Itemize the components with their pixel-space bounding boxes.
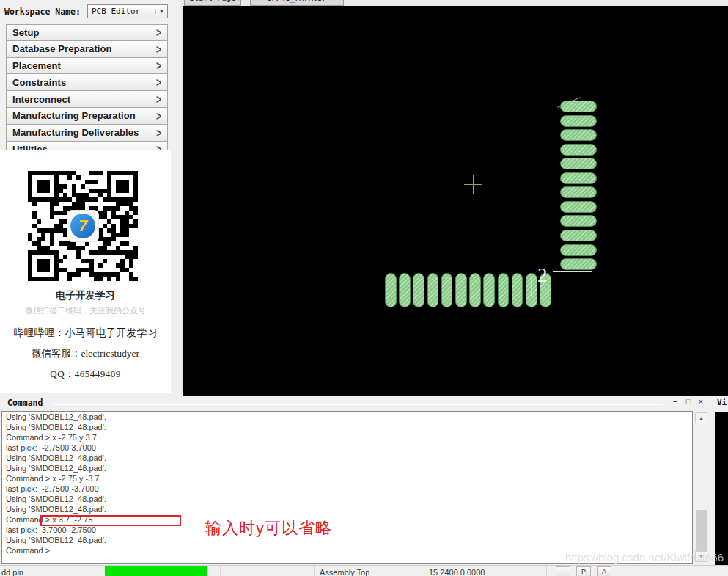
watermark: https://blog.csdn.net/Kiwifruit666 [565, 551, 724, 564]
chevron-right-icon: > [156, 75, 161, 90]
sidebar-menu: Setup>Database Preparation>Placement>Con… [6, 24, 168, 158]
pcb-pad[interactable] [455, 273, 467, 307]
chevron-down-icon[interactable]: ▼ [155, 9, 167, 14]
chevron-right-icon: > [156, 42, 161, 56]
chevron-right-icon: > [156, 125, 161, 140]
pcb-pad[interactable] [441, 273, 453, 307]
close-button[interactable]: × [695, 396, 707, 408]
pcb-pad[interactable] [469, 273, 481, 307]
sidebar-item-label: Database Preparation [12, 43, 156, 54]
chevron-right-icon: > [156, 59, 161, 73]
tab-qfp48-7x7x05p[interactable]: QFP48_7X7X05P [250, 0, 344, 6]
highlight-box [40, 515, 181, 526]
scroll-up-icon[interactable]: ▲ [695, 412, 707, 423]
console-line: Using 'SMDOBL12_48.pad'. [2, 494, 692, 504]
status-bar: dd pin Assembly Top 15.2400 0.0000 PA [0, 565, 728, 576]
left-header: Workspace Name: PCB Editor ▼ [0, 0, 181, 23]
console-line: last pick: 3.7000 -2.7500 [2, 525, 692, 535]
pin-text-overlay [567, 103, 567, 273]
sidebar-item-manufacturing-deliverables[interactable]: Manufacturing Deliverables> [6, 125, 168, 142]
tab-strip: Start PageQFP48_7X7X05P [181, 0, 728, 6]
sidebar-item-constraints[interactable]: Constraints> [6, 74, 168, 91]
pcb-pad[interactable] [399, 273, 411, 307]
sidebar-item-setup[interactable]: Setup> [6, 24, 168, 41]
origin-crosshair-icon [473, 175, 474, 194]
pcb-pad[interactable] [560, 115, 597, 127]
pcb-pad[interactable] [560, 230, 597, 241]
pcb-pad[interactable] [560, 101, 597, 112]
qr-wechat-line: 微信客服：electricstudyer [0, 347, 171, 360]
sidebar-item-interconnect[interactable]: Interconnect> [6, 91, 168, 108]
console-line: last pick: -2.7500 3.7000 [2, 442, 692, 453]
pcb-pad[interactable] [560, 244, 597, 256]
pcb-pad[interactable] [560, 129, 597, 141]
sidebar-item-label: Interconnect [12, 94, 156, 105]
command-panel-title: Command [7, 398, 43, 408]
command-console[interactable]: Using 'SMDOBL12_48.pad'.Using 'SMDOBL12_… [1, 411, 693, 564]
qr-panel: 7 电子开发学习 微信扫描二维码，关注我的公众号 哔哩哔哩：小马哥电子开发学习 … [0, 150, 171, 393]
pcb-pad[interactable] [512, 273, 523, 307]
console-line: Command > x -2.75 y -3.7 [2, 473, 692, 484]
workspace-name-label: Workspace Name: [4, 7, 81, 17]
pcb-pad[interactable] [560, 186, 597, 198]
status-button-p[interactable]: P [576, 566, 591, 576]
sidebar-item-database-preparation[interactable]: Database Preparation> [6, 41, 168, 58]
status-command-label: dd pin [1, 568, 23, 576]
tab-start-page[interactable]: Start Page [184, 0, 241, 6]
pin-text-overlay [531, 276, 532, 296]
console-line: Using 'SMDOBL12_48.pad'. [2, 535, 692, 545]
pin-text-overlay [515, 276, 515, 296]
rubber-band-line [553, 271, 592, 272]
status-button[interactable] [556, 566, 570, 576]
pcb-pad[interactable] [413, 273, 424, 307]
console-line: Command > x -2.75 y 3.7 [2, 432, 692, 442]
sidebar-item-label: Manufacturing Deliverables [12, 127, 156, 138]
console-line: last pick: -2.7500 -3.7000 [2, 484, 692, 494]
sidebar-item-label: Setup [12, 27, 156, 38]
qr-title: 电子开发学习 [0, 289, 171, 302]
qr-center-logo: 7 [67, 210, 99, 242]
pin-number-label: 2 [537, 264, 548, 287]
console-line: Using 'SMDOBL12_48.pad'. [2, 412, 692, 422]
qr-bilibili-line: 哔哩哔哩：小马哥电子开发学习 [0, 327, 171, 340]
status-button-a[interactable]: A [597, 566, 611, 576]
scrollbar-thumb[interactable] [696, 510, 707, 553]
console-line: Using 'SMDOBL12_48.pad'. [2, 422, 692, 432]
rubber-band-tick [592, 266, 592, 278]
sidebar-item-label: Manufacturing Preparation [12, 110, 156, 121]
workspace-dropdown[interactable]: PCB Editor ▼ [87, 4, 168, 18]
mini-view-panel [715, 412, 728, 566]
pcb-pad[interactable] [483, 273, 495, 307]
pcb-pad[interactable] [560, 172, 597, 184]
pcb-pad[interactable] [427, 273, 439, 307]
pcb-pad[interactable] [498, 273, 510, 307]
qr-qq-line: QQ：465449409 [0, 368, 171, 381]
pcb-pad[interactable] [560, 158, 597, 169]
pcb-pad[interactable] [560, 201, 597, 213]
chevron-right-icon: > [156, 26, 161, 40]
sidebar-item-label: Constraints [12, 77, 156, 88]
progress-bar [105, 566, 207, 576]
console-scrollbar[interactable]: ▲ ▼ [694, 412, 708, 562]
pcb-pad[interactable] [385, 273, 397, 307]
chevron-right-icon: > [156, 109, 161, 123]
restore-button[interactable]: □ [683, 396, 694, 408]
workspace-dropdown-value: PCB Editor [88, 7, 155, 16]
command-title-rule [53, 404, 663, 405]
sidebar-item-manufacturing-preparation[interactable]: Manufacturing Preparation> [6, 108, 168, 125]
console-line: Using 'SMDOBL12_48.pad'. [2, 453, 692, 463]
sidebar-item-placement[interactable]: Placement> [6, 58, 168, 75]
pcb-pad[interactable] [560, 215, 597, 227]
pcb-canvas[interactable]: 2 [181, 6, 728, 396]
annotation-text: 输入时y可以省略 [205, 517, 332, 539]
qr-subtitle: 微信扫描二维码，关注我的公众号 [0, 305, 171, 316]
minimize-button[interactable]: − [669, 396, 681, 408]
sidebar-item-label: Placement [12, 60, 156, 71]
chevron-right-icon: > [156, 92, 161, 106]
qr-code: 7 [26, 171, 140, 281]
console-line: Using 'SMDOBL12_48.pad'. [2, 504, 692, 514]
console-line: Using 'SMDOBL12_48.pad'. [2, 463, 692, 473]
pcb-pad[interactable] [560, 144, 597, 156]
side-panel-label: Vi [717, 398, 727, 407]
command-titlebar: Command − □ × Vi [0, 396, 728, 411]
